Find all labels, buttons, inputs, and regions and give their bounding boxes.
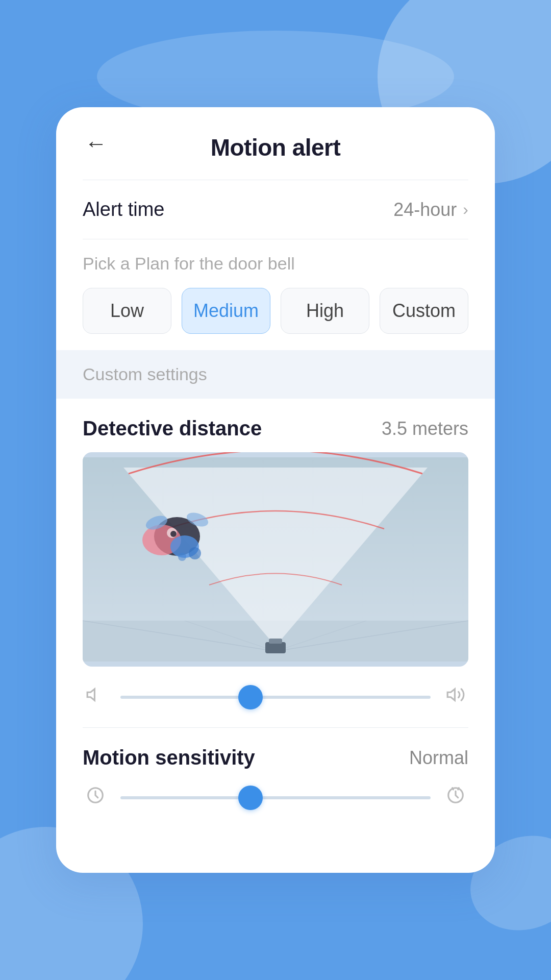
plan-btn-medium[interactable]: Medium (182, 288, 270, 334)
detection-visualization (83, 452, 468, 667)
svg-line-23 (458, 788, 459, 790)
svg-marker-18 (87, 689, 94, 700)
plan-section: Pick a Plan for the door bell Low Medium… (56, 239, 495, 350)
clock-low-icon (83, 786, 108, 810)
detective-distance-value: 3.5 meters (382, 418, 468, 439)
svg-rect-8 (269, 639, 282, 644)
svg-point-13 (178, 553, 186, 561)
svg-point-12 (189, 547, 201, 559)
alert-time-label: Alert time (83, 199, 164, 220)
page-title: Motion alert (211, 134, 341, 161)
volume-high-icon (443, 685, 468, 709)
detective-distance-header: Detective distance 3.5 meters (83, 417, 468, 440)
custom-settings-label: Custom settings (83, 364, 207, 384)
detective-distance-section: Detective distance 3.5 meters (56, 399, 495, 727)
back-icon: ← (85, 132, 107, 155)
motion-sensitivity-label: Motion sensitivity (83, 746, 255, 769)
chevron-right-icon: › (463, 200, 468, 219)
alert-time-row[interactable]: Alert time 24-hour › (56, 180, 495, 239)
plan-buttons-group: Low Medium High Custom (83, 288, 468, 334)
volume-low-icon (83, 685, 108, 709)
detection-svg (83, 452, 468, 667)
distance-slider-track[interactable] (120, 696, 431, 699)
svg-point-17 (170, 531, 177, 537)
plan-btn-low[interactable]: Low (83, 288, 171, 334)
detective-distance-label: Detective distance (83, 417, 262, 440)
page-header: ← Motion alert (56, 107, 495, 180)
alert-time-value: 24-hour (393, 199, 457, 220)
clock-high-icon (443, 786, 468, 810)
svg-marker-19 (447, 689, 455, 700)
sensitivity-slider-thumb[interactable] (238, 786, 263, 810)
plan-btn-high[interactable]: High (281, 288, 369, 334)
distance-slider-row[interactable] (83, 685, 468, 727)
main-card: ← Motion alert Alert time 24-hour › Pick… (56, 107, 495, 873)
back-button[interactable]: ← (83, 130, 109, 157)
plan-btn-custom[interactable]: Custom (380, 288, 468, 334)
distance-slider-thumb[interactable] (238, 685, 263, 709)
sensitivity-header: Motion sensitivity Normal (83, 728, 468, 769)
motion-sensitivity-value: Normal (409, 747, 468, 769)
sensitivity-slider-track[interactable] (120, 796, 431, 799)
svg-rect-7 (265, 642, 286, 653)
plan-label: Pick a Plan for the door bell (83, 254, 468, 274)
alert-time-value-group: 24-hour › (393, 199, 468, 220)
motion-sensitivity-section: Motion sensitivity Normal (56, 728, 495, 828)
custom-settings-bar: Custom settings (56, 350, 495, 399)
sensitivity-slider-row[interactable] (83, 786, 468, 828)
svg-line-22 (453, 788, 454, 790)
